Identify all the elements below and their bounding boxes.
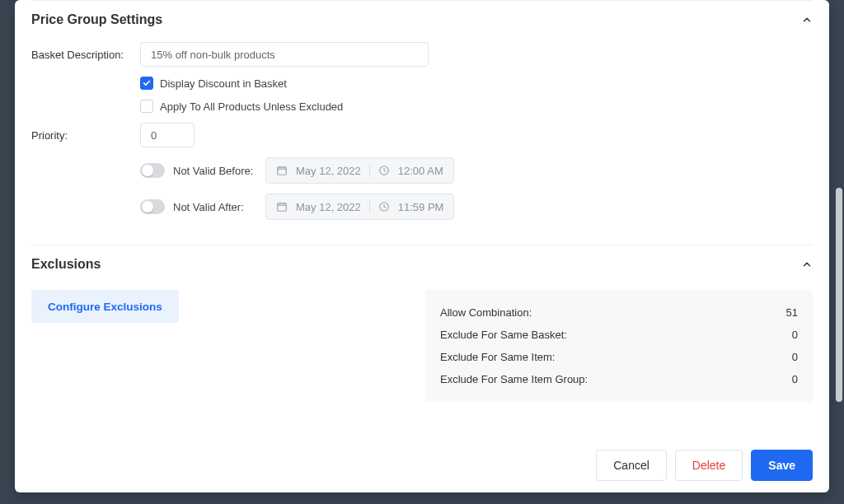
footer: Cancel Delete Save xyxy=(596,450,813,481)
not-valid-before-time: 12:00 AM xyxy=(398,165,443,177)
separator xyxy=(369,164,370,177)
scrollbar-thumb[interactable] xyxy=(836,188,842,402)
display-discount-label: Display Discount in Basket xyxy=(160,77,287,90)
not-valid-before-date: May 12, 2022 xyxy=(296,165,361,177)
chevron-up-icon xyxy=(801,259,813,270)
delete-button[interactable]: Delete xyxy=(675,450,743,481)
priority-input[interactable] xyxy=(140,123,195,147)
not-valid-after-date: May 12, 2022 xyxy=(296,201,361,213)
cancel-button[interactable]: Cancel xyxy=(596,450,667,481)
apply-all-checkbox[interactable] xyxy=(140,100,153,113)
stat-allow-combination: Allow Combination: 51 xyxy=(440,301,798,324)
separator xyxy=(369,200,370,213)
not-valid-after-time: 11:59 PM xyxy=(398,201,444,213)
display-discount-checkbox[interactable] xyxy=(140,77,153,90)
section-title: Price Group Settings xyxy=(31,12,162,27)
not-valid-before-toggle[interactable] xyxy=(140,163,165,178)
not-valid-after-datetime[interactable]: May 12, 2022 11:59 PM xyxy=(265,194,454,220)
basket-description-label: Basket Description: xyxy=(31,49,140,61)
not-valid-after-label: Not Valid After: xyxy=(173,201,265,213)
exclusion-stats: Allow Combination: 51 Exclude For Same B… xyxy=(425,290,813,402)
svg-rect-5 xyxy=(278,203,287,211)
section-price-group-settings[interactable]: Price Group Settings xyxy=(31,1,813,35)
stat-exclude-same-basket: Exclude For Same Basket: 0 xyxy=(440,324,798,346)
priority-label: Priority: xyxy=(31,129,140,142)
svg-rect-0 xyxy=(278,167,287,175)
section-exclusions[interactable]: Exclusions xyxy=(31,245,813,280)
configure-exclusions-button[interactable]: Configure Exclusions xyxy=(31,290,179,323)
save-button[interactable]: Save xyxy=(751,450,813,481)
not-valid-after-toggle[interactable] xyxy=(140,199,165,214)
not-valid-before-label: Not Valid Before: xyxy=(173,165,265,177)
chevron-up-icon xyxy=(801,14,813,26)
section-title: Exclusions xyxy=(31,257,101,272)
apply-all-label: Apply To All Products Unless Excluded xyxy=(160,100,343,113)
not-valid-before-datetime[interactable]: May 12, 2022 12:00 AM xyxy=(265,157,454,184)
basket-description-input[interactable] xyxy=(140,42,429,67)
stat-exclude-same-item: Exclude For Same Item: 0 xyxy=(440,346,798,368)
stat-exclude-same-group: Exclude For Same Item Group: 0 xyxy=(440,368,798,390)
